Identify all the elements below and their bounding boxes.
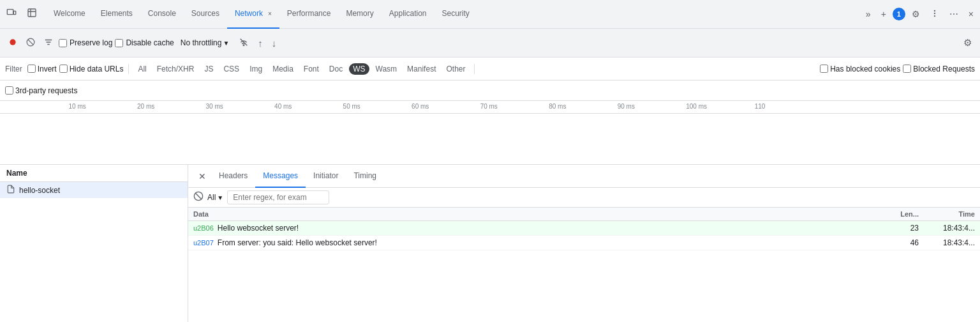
messages-toolbar: All ▼ [188, 188, 980, 208]
tick-50ms: 50 ms [343, 103, 360, 110]
filter-type-other[interactable]: Other [442, 63, 469, 75]
has-blocked-cookies-label[interactable]: Has blocked cookies [820, 65, 900, 73]
record-button[interactable] [5, 34, 20, 52]
message-len-received: 46 [892, 238, 924, 247]
throttle-select[interactable]: No throttling ▼ [177, 36, 234, 50]
tab-elements[interactable]: Elements [93, 0, 140, 29]
disable-cache-checkbox[interactable] [115, 39, 123, 47]
hide-data-urls-checkbox-label[interactable]: Hide data URLs [59, 65, 124, 73]
tick-90ms: 90 ms [618, 103, 635, 110]
network-settings-icon[interactable]: ⚙ [960, 34, 975, 52]
filter-type-ws[interactable]: WS [349, 63, 369, 75]
tick-10ms: 10 ms [69, 103, 86, 110]
close-panel-button[interactable]: ✕ [193, 169, 211, 184]
tick-30ms: 30 ms [206, 103, 223, 110]
filter-type-fetch-xhr[interactable]: Fetch/XHR [153, 63, 198, 75]
filter-type-manifest[interactable]: Manifest [403, 63, 440, 75]
tick-70ms: 70 ms [480, 103, 498, 110]
filter-type-wasm[interactable]: Wasm [372, 63, 401, 75]
message-time-sent: 18:43:4... [924, 224, 975, 233]
time-column-header: Time [924, 210, 975, 218]
tab-bar-right: » + 1 ⚙ ⋯ × [862, 5, 977, 24]
sub-tab-headers[interactable]: Headers [211, 165, 255, 188]
close-devtools-button[interactable]: × [965, 5, 977, 23]
tab-network[interactable]: Network × [227, 0, 279, 29]
regex-filter-input[interactable] [227, 190, 329, 204]
timeline-content [0, 114, 980, 165]
tab-welcome[interactable]: Welcome [46, 0, 93, 29]
tick-20ms: 20 ms [137, 103, 154, 110]
filter-type-font[interactable]: Font [300, 63, 323, 75]
add-tab-button[interactable]: + [877, 5, 890, 23]
more-options-button[interactable]: ⋯ [946, 5, 962, 23]
disable-cache-label[interactable]: Disable cache [115, 38, 174, 47]
invert-checkbox-label[interactable]: Invert [27, 65, 57, 73]
file-icon [6, 185, 15, 195]
filter-divider [128, 64, 129, 74]
data-column-header: Data [193, 210, 892, 218]
filter-type-js[interactable]: JS [200, 63, 217, 75]
wifi-settings-icon[interactable] [235, 34, 252, 52]
import-har-icon[interactable]: ↑ [255, 34, 266, 52]
message-text-sent: Hello websocket server! [218, 224, 892, 233]
third-party-label[interactable]: 3rd-party requests [5, 86, 77, 95]
export-har-icon[interactable]: ↓ [269, 34, 280, 52]
settings-gear-button[interactable]: ⚙ [908, 5, 924, 23]
message-filter-chevron-icon: ▼ [217, 194, 223, 201]
tick-80ms: 80 ms [549, 103, 566, 110]
inspect-icon[interactable] [23, 4, 41, 24]
filter-type-media[interactable]: Media [269, 63, 297, 75]
svg-rect-2 [28, 9, 36, 17]
filter-type-all[interactable]: All [134, 63, 150, 75]
device-toolbar-icon[interactable] [3, 4, 20, 24]
sub-tab-initiator[interactable]: Initiator [306, 165, 346, 188]
svg-rect-0 [7, 10, 13, 15]
sub-tab-messages[interactable]: Messages [255, 165, 306, 188]
blocked-requests-label[interactable]: Blocked Requests [903, 65, 975, 73]
filter-type-img[interactable]: Img [246, 63, 266, 75]
invert-checkbox[interactable] [27, 65, 36, 73]
message-len-sent: 23 [892, 224, 924, 233]
third-party-checkbox[interactable] [5, 86, 13, 95]
table-row[interactable]: u2B06 Hello websocket server! 23 18:43:4… [188, 221, 980, 236]
sub-tab-timing[interactable]: Timing [346, 165, 384, 188]
preserve-log-label[interactable]: Preserve log [59, 38, 112, 47]
customize-button[interactable] [926, 5, 943, 24]
message-filter-all-button[interactable]: All ▼ [207, 193, 223, 202]
blocked-requests-checkbox[interactable] [903, 65, 911, 73]
has-blocked-cookies-checkbox[interactable] [820, 65, 828, 73]
request-item-hello-socket[interactable]: hello-socket [0, 182, 188, 198]
throttle-chevron-icon: ▼ [223, 40, 229, 47]
tab-sources[interactable]: Sources [184, 0, 227, 29]
clear-button[interactable] [23, 34, 38, 52]
main-area: Name hello-socket ✕ Headers Messages Ini… [0, 165, 980, 322]
name-column-header: Name [0, 165, 188, 182]
tab-performance[interactable]: Performance [279, 0, 339, 29]
tab-security[interactable]: Security [434, 0, 477, 29]
tab-memory[interactable]: Memory [338, 0, 381, 29]
filter-bar: Filter Invert Hide data URLs All Fetch/X… [0, 57, 980, 80]
svg-point-12 [244, 44, 245, 45]
notification-badge: 1 [893, 8, 905, 20]
request-name: hello-socket [19, 186, 60, 195]
devtools-icons [3, 4, 41, 24]
left-panel: Name hello-socket [0, 165, 188, 322]
tick-110: 110 [755, 103, 766, 110]
tab-application[interactable]: Application [382, 0, 434, 29]
hide-data-urls-checkbox[interactable] [59, 65, 68, 73]
table-row[interactable]: u2B07 From server: you said: Hello webso… [188, 236, 980, 250]
filter-icon-button[interactable] [41, 34, 56, 52]
preserve-log-checkbox[interactable] [59, 39, 67, 47]
more-tabs-button[interactable]: » [862, 5, 875, 23]
filter-type-doc[interactable]: Doc [325, 63, 346, 75]
svg-rect-1 [13, 11, 15, 14]
sub-tabs: ✕ Headers Messages Initiator Timing [188, 165, 980, 188]
timeline-ruler: 10 ms 20 ms 30 ms 40 ms 50 ms 60 ms 70 m… [0, 101, 980, 114]
message-id-received: u2B07 [193, 239, 214, 247]
message-id-sent: u2B06 [193, 224, 214, 232]
filter-type-css[interactable]: CSS [219, 63, 243, 75]
tab-console[interactable]: Console [140, 0, 184, 29]
tab-network-close[interactable]: × [268, 10, 272, 17]
timeline-area: 10 ms 20 ms 30 ms 40 ms 50 ms 60 ms 70 m… [0, 101, 980, 165]
no-sign-icon [193, 191, 204, 204]
